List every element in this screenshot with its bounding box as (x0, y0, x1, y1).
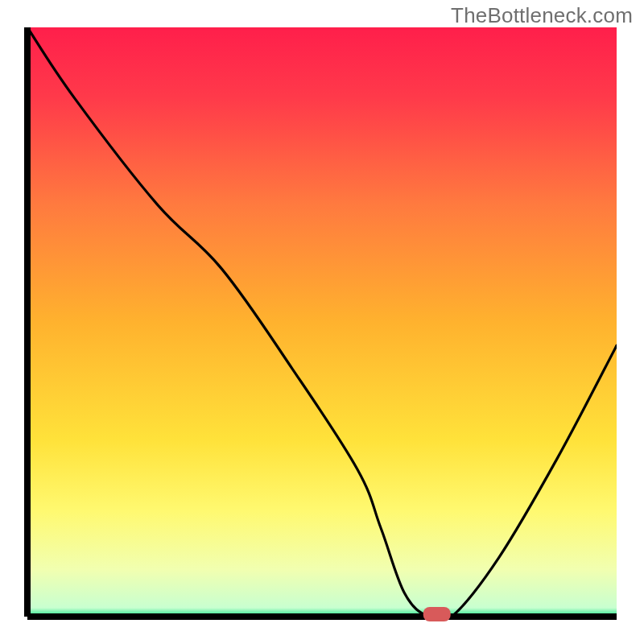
chart-gradient-bg (27, 27, 617, 617)
chart-container: TheBottleneck.com (0, 0, 644, 644)
bottleneck-chart (0, 0, 644, 644)
watermark-text: TheBottleneck.com (451, 3, 633, 28)
selected-point-marker (423, 607, 451, 621)
